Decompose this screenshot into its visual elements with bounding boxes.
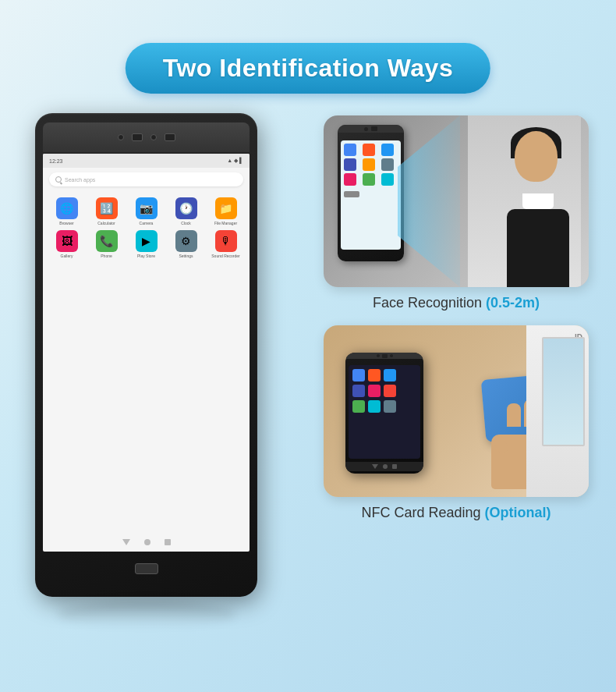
- face-recognition-feature: Face Recognition (0.5-2m): [324, 115, 589, 311]
- camera-sensor-right: [150, 134, 157, 140]
- face-recog-device: [338, 125, 404, 261]
- screen-bottom-nav: [43, 539, 250, 545]
- back-button[interactable]: [122, 539, 130, 545]
- app-playstore[interactable]: ▶ Play Store: [129, 230, 164, 258]
- tablet-body: 12:23 ▲ ◆ ▌ Search apps 🌐 Browser 🔢 Calc…: [35, 113, 257, 597]
- finger-1: [507, 403, 521, 427]
- nfc-card-feature: ID NFC Card Reading (Optional): [324, 325, 589, 521]
- face-recognition-image: [324, 115, 589, 287]
- app-camera[interactable]: 📷 Camera: [129, 197, 164, 225]
- screen-search-bar[interactable]: Search apps: [49, 172, 243, 186]
- tablet-reflection: [58, 601, 235, 628]
- person-head: [515, 131, 558, 182]
- face-recognition-bg: [324, 115, 589, 287]
- tablet-device: 12:23 ▲ ◆ ▌ Search apps 🌐 Browser 🔢 Calc…: [35, 113, 257, 597]
- app-gallery[interactable]: 🖼 Gallery: [49, 230, 84, 258]
- home-button-physical[interactable]: [135, 563, 158, 574]
- app-phone[interactable]: 📞 Phone: [89, 230, 124, 258]
- nfc-screen: [349, 365, 420, 459]
- status-bar: 12:23 ▲ ◆ ▌: [43, 154, 250, 168]
- camera-lens: [132, 133, 143, 141]
- nfc-app-row-2: [352, 385, 416, 397]
- nfc-card-image: ID: [324, 325, 589, 497]
- person-body: [507, 209, 569, 287]
- nfc-card-label: NFC Card Reading (Optional): [324, 505, 589, 521]
- status-time: 12:23: [49, 158, 63, 164]
- app-calculator[interactable]: 🔢 Calculator: [89, 197, 124, 225]
- status-icons: ▲ ◆ ▌: [227, 158, 243, 164]
- ir-sensor: [165, 133, 175, 141]
- face-recog-screen: [341, 140, 401, 250]
- tablet-bottom: [43, 553, 250, 584]
- title-badge: Two Identification Ways: [126, 43, 490, 94]
- thumb: [491, 433, 511, 456]
- app-browser[interactable]: 🌐 Browser: [49, 197, 84, 225]
- person-silhouette: [468, 115, 581, 287]
- app-clock[interactable]: 🕐 Clock: [168, 197, 204, 225]
- features-container: Face Recognition (0.5-2m): [324, 115, 589, 521]
- search-label: Search apps: [65, 177, 95, 183]
- home-button-screen[interactable]: [144, 539, 150, 545]
- app-settings[interactable]: ⚙ Settings: [168, 230, 204, 258]
- recents-button[interactable]: [165, 539, 171, 545]
- camera-sensor-left: [118, 134, 124, 140]
- face-recognition-label: Face Recognition (0.5-2m): [324, 295, 589, 311]
- tablet-screen: 12:23 ▲ ◆ ▌ Search apps 🌐 Browser 🔢 Calc…: [43, 154, 250, 552]
- app-file-manager[interactable]: 📁 File Manager: [208, 197, 243, 225]
- person-collar: [522, 193, 554, 209]
- tablet-top-bar: [43, 122, 250, 152]
- nfc-device: [345, 353, 423, 474]
- nfc-app-row-3: [352, 400, 416, 413]
- app-sound-recorder[interactable]: 🎙 Sound Recorder: [208, 230, 243, 258]
- nfc-app-row-1: [352, 369, 416, 381]
- office-window: [542, 337, 585, 446]
- nfc-bg: ID: [324, 325, 589, 497]
- app-grid: 🌐 Browser 🔢 Calculator 📷 Camera 🕐 Clock …: [43, 191, 250, 264]
- search-icon: [55, 176, 62, 183]
- face-scan-beam: [398, 115, 460, 287]
- office-background: ID: [526, 325, 589, 497]
- page-title: Two Identification Ways: [163, 54, 453, 82]
